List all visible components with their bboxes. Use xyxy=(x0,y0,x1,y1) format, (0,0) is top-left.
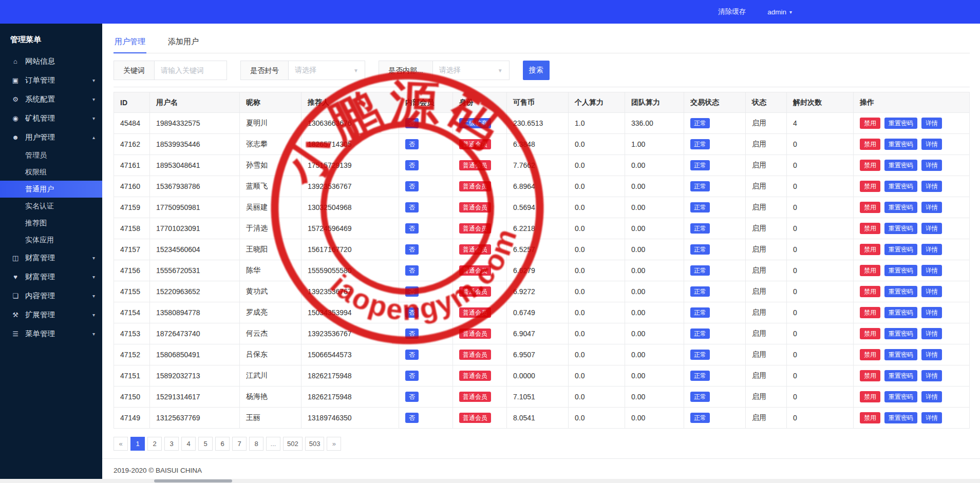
sidebar: 管理菜单 ⌂网站信息▣订单管理▾⚙系统配置▾◉矿机管理▾☻用户管理▴管理员权限组… xyxy=(0,24,102,483)
detail-button[interactable]: 详情 xyxy=(921,160,942,171)
sidebar-item-label: 订单管理 xyxy=(25,75,92,85)
cell-actions: 禁用重置密码详情 xyxy=(854,239,970,260)
internal-badge: 否 xyxy=(405,118,419,128)
page-item-10[interactable]: 502 xyxy=(283,437,303,451)
reset-password-button[interactable]: 重置密码 xyxy=(884,160,917,171)
cell-personal: 0.0 xyxy=(569,365,625,387)
disable-button[interactable]: 禁用 xyxy=(860,244,880,255)
reset-password-button[interactable]: 重置密码 xyxy=(884,391,917,402)
reset-password-button[interactable]: 重置密码 xyxy=(884,349,917,360)
sidebar-item-9[interactable]: ☰菜单管理▾ xyxy=(0,324,102,343)
sidebar-subitem-4[interactable]: 推荐图 xyxy=(0,215,102,231)
reset-password-button[interactable]: 重置密码 xyxy=(884,223,917,234)
reset-password-button[interactable]: 重置密码 xyxy=(884,370,917,381)
reset-password-button[interactable]: 重置密码 xyxy=(884,244,917,255)
cell-internal: 否 xyxy=(399,113,453,134)
sidebar-item-1[interactable]: ▣订单管理▾ xyxy=(0,71,102,90)
disable-button[interactable]: 禁用 xyxy=(860,202,880,213)
internal-select[interactable]: 请选择 ▼ xyxy=(432,61,510,80)
detail-button[interactable]: 详情 xyxy=(921,307,942,318)
sidebar-subitem-1[interactable]: 权限组 xyxy=(0,164,102,181)
cell-unban: 0 xyxy=(787,281,854,302)
detail-button[interactable]: 详情 xyxy=(921,181,942,192)
sidebar-subitem-5[interactable]: 实体应用 xyxy=(0,231,102,248)
tab-1[interactable]: 添加用户 xyxy=(167,32,200,53)
cell-status: 启用 xyxy=(746,176,787,197)
reset-password-button[interactable]: 重置密码 xyxy=(884,307,917,318)
sidebar-subitem-3[interactable]: 实名认证 xyxy=(0,198,102,215)
detail-button[interactable]: 详情 xyxy=(921,244,942,255)
ban-select[interactable]: 请选择 ▼ xyxy=(288,61,365,80)
cell-id: 47154 xyxy=(114,302,150,323)
reset-password-button[interactable]: 重置密码 xyxy=(884,139,917,150)
disable-button[interactable]: 禁用 xyxy=(860,118,880,129)
disable-button[interactable]: 禁用 xyxy=(860,265,880,276)
disable-button[interactable]: 禁用 xyxy=(860,286,880,297)
detail-button[interactable]: 详情 xyxy=(921,328,942,339)
page-item-11[interactable]: 503 xyxy=(305,437,325,451)
sidebar-item-8[interactable]: ⚒扩展管理▾ xyxy=(0,305,102,324)
keyword-filter-group: 关键词 xyxy=(114,61,227,80)
cell-internal: 否 xyxy=(399,134,453,155)
detail-button[interactable]: 详情 xyxy=(921,139,942,150)
sidebar-item-3[interactable]: ◉矿机管理▾ xyxy=(0,109,102,128)
reset-password-button[interactable]: 重置密码 xyxy=(884,328,917,339)
keyword-input[interactable] xyxy=(154,61,227,80)
disable-button[interactable]: 禁用 xyxy=(860,391,880,402)
horizontal-scrollbar[interactable] xyxy=(0,479,980,483)
disable-button[interactable]: 禁用 xyxy=(860,307,880,318)
page-item-7[interactable]: 7 xyxy=(232,437,247,451)
detail-button[interactable]: 详情 xyxy=(921,202,942,213)
search-button[interactable]: 搜索 xyxy=(523,61,550,80)
scrollbar-thumb[interactable] xyxy=(154,479,232,482)
sidebar-item-0[interactable]: ⌂网站信息 xyxy=(0,52,102,71)
detail-button[interactable]: 详情 xyxy=(921,265,942,276)
cell-internal: 否 xyxy=(399,218,453,239)
disable-button[interactable]: 禁用 xyxy=(860,223,880,234)
page-item-9[interactable]: ... xyxy=(266,437,280,451)
page-item-2[interactable]: 2 xyxy=(147,437,162,451)
detail-button[interactable]: 详情 xyxy=(921,412,942,423)
page-item-8[interactable]: 8 xyxy=(249,437,263,451)
reset-password-button[interactable]: 重置密码 xyxy=(884,286,917,297)
tab-0[interactable]: 用户管理 xyxy=(114,32,146,53)
page-item-12[interactable]: » xyxy=(327,437,341,451)
reset-password-button[interactable]: 重置密码 xyxy=(884,118,917,129)
disable-button[interactable]: 禁用 xyxy=(860,160,880,171)
table-row: 4715215806850491吕保东15066544573否普通会员6.950… xyxy=(114,344,970,365)
reset-password-button[interactable]: 重置密码 xyxy=(884,265,917,276)
disable-button[interactable]: 禁用 xyxy=(860,370,880,381)
clear-cache-button[interactable]: 清除缓存 xyxy=(718,7,746,16)
page-item-5[interactable]: 5 xyxy=(198,437,213,451)
detail-button[interactable]: 详情 xyxy=(921,118,942,129)
page-item-6[interactable]: 6 xyxy=(215,437,230,451)
page-item-3[interactable]: 3 xyxy=(164,437,179,451)
disable-button[interactable]: 禁用 xyxy=(860,328,880,339)
disable-button[interactable]: 禁用 xyxy=(860,349,880,360)
cell-id: 47152 xyxy=(114,344,150,365)
reset-password-button[interactable]: 重置密码 xyxy=(884,412,917,423)
sidebar-item-2[interactable]: ⚙系统配置▾ xyxy=(0,90,102,109)
page-item-4[interactable]: 4 xyxy=(181,437,196,451)
sidebar-item-6[interactable]: ♥财富管理▾ xyxy=(0,267,102,286)
disable-button[interactable]: 禁用 xyxy=(860,139,880,150)
disable-button[interactable]: 禁用 xyxy=(860,412,880,423)
sidebar-subitem-2[interactable]: 普通用户 xyxy=(0,181,102,198)
chevron-down-icon: ▾ xyxy=(92,274,95,280)
sidebar-item-5[interactable]: ◫财富管理▾ xyxy=(0,248,102,267)
sidebar-item-7[interactable]: ❏内容管理▾ xyxy=(0,286,102,305)
sidebar-subitem-0[interactable]: 管理员 xyxy=(0,147,102,164)
sidebar-item-4[interactable]: ☻用户管理▴ xyxy=(0,128,102,147)
admin-dropdown[interactable]: admin ▾ xyxy=(767,8,792,16)
page-item-1[interactable]: 1 xyxy=(130,437,145,451)
reset-password-button[interactable]: 重置密码 xyxy=(884,202,917,213)
reset-password-button[interactable]: 重置密码 xyxy=(884,181,917,192)
detail-button[interactable]: 详情 xyxy=(921,349,942,360)
disable-button[interactable]: 禁用 xyxy=(860,181,880,192)
page-item-0[interactable]: « xyxy=(114,437,128,451)
cell-identity: 普通会员 xyxy=(453,176,507,197)
detail-button[interactable]: 详情 xyxy=(921,286,942,297)
detail-button[interactable]: 详情 xyxy=(921,370,942,381)
detail-button[interactable]: 详情 xyxy=(921,223,942,234)
detail-button[interactable]: 详情 xyxy=(921,391,942,402)
